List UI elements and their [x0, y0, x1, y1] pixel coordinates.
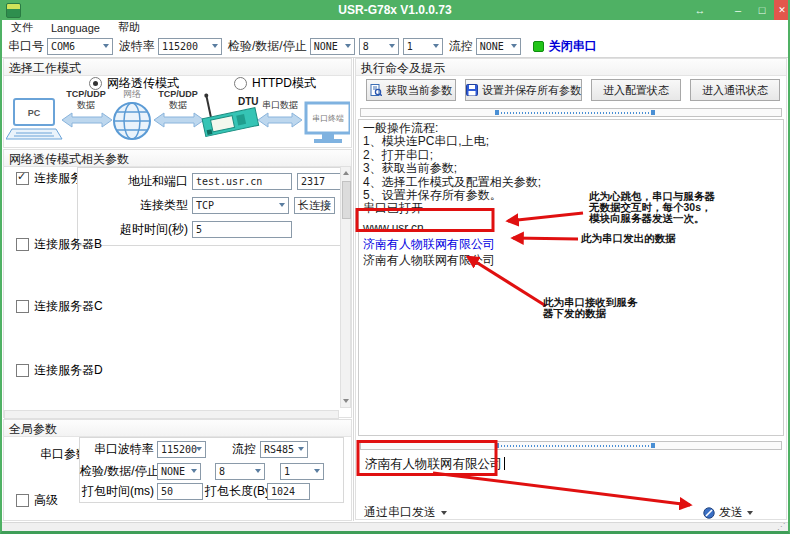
parity-select[interactable]: NONE: [310, 38, 355, 55]
log-line: 2、打开串口;: [363, 149, 779, 162]
packlen-input[interactable]: 1024: [267, 483, 310, 500]
packtime-label: 打包时间(ms): [80, 483, 154, 500]
scroll-up-icon[interactable]: [343, 171, 349, 175]
timeout-input[interactable]: 5: [192, 221, 292, 238]
serial-databits-select[interactable]: 8: [215, 463, 265, 480]
serial-pds-label: 检验/数据/停止: [80, 463, 154, 480]
tx-progress-bar: [360, 441, 782, 450]
doc-search-icon: [370, 84, 382, 96]
panel-divider: [353, 58, 354, 521]
text-cursor: [504, 457, 505, 470]
serial-toolbar: 串口号 COM6 波特率 115200 检验/数据/停止 NONE 8 1 流控…: [2, 35, 788, 58]
chevron-down-icon: [433, 44, 439, 48]
port-input[interactable]: 2317: [297, 173, 341, 190]
net-params-group: 网络透传模式相关参数 连接服务器A 地址和端口 test.usr.cn 2317…: [3, 149, 352, 418]
unchecked-checkbox-icon: [16, 238, 29, 251]
enter-comm-button[interactable]: 进入通讯状态: [690, 79, 780, 101]
net-params-title: 网络透传模式相关参数: [4, 150, 351, 167]
parity-data-stop-label: 检验/数据/停止: [228, 38, 307, 55]
enter-config-button[interactable]: 进入配置状态: [591, 79, 681, 101]
chevron-down-icon: [255, 469, 261, 473]
globe-icon: 网络: [114, 89, 150, 139]
save-icon: [466, 84, 478, 96]
log-line: 4、选择工作模式及配置相关参数;: [363, 176, 779, 189]
log-line: 3、获取当前参数;: [363, 162, 779, 175]
svg-text:PC: PC: [28, 108, 41, 118]
send-button[interactable]: 发送: [703, 504, 753, 521]
serial-parity-select[interactable]: NONE: [157, 463, 201, 480]
chevron-down-icon: [511, 44, 517, 48]
log-line: 1、模块连PC串口,上电;: [363, 135, 779, 148]
flow-label: 流控: [449, 38, 473, 55]
menu-file[interactable]: 文件: [2, 20, 42, 35]
work-mode-title: 选择工作模式: [4, 59, 351, 76]
baud-select[interactable]: 115200: [158, 38, 222, 55]
scrollbar-thumb[interactable]: [342, 181, 351, 219]
svg-text:TCP/UDP: TCP/UDP: [158, 89, 198, 99]
send-text-area[interactable]: 济南有人物联网有限公司: [358, 450, 784, 502]
horizontal-scrollbar[interactable]: [4, 410, 339, 419]
conn-type-label: 连接类型: [78, 197, 188, 214]
unchecked-checkbox-icon: [16, 364, 29, 377]
terminal-icon: 串口终端: [306, 103, 350, 143]
log-line: 一般操作流程:: [363, 122, 779, 135]
menu-help[interactable]: 帮助: [109, 20, 149, 35]
exec-panel-title: 执行命令及提示: [356, 59, 786, 76]
conn-type-select[interactable]: TCP: [192, 197, 289, 214]
address-input[interactable]: test.usr.cn: [192, 173, 292, 190]
minimize-icon[interactable]: –: [726, 0, 750, 20]
server-c-checkbox[interactable]: 连接服务器C: [16, 298, 103, 315]
menu-bar: 文件 Language 帮助: [2, 20, 788, 36]
left-right-arrow-icon: [154, 113, 204, 127]
chevron-down-icon: [103, 44, 109, 48]
checked-checkbox-icon: [16, 172, 29, 185]
packtime-input[interactable]: 50: [157, 483, 203, 500]
data-flow-diagram: PC TCP/UDP 数据 网络 TCP/UDP 数据: [6, 87, 350, 147]
send-via-serial-dropdown[interactable]: 通过串口发送: [364, 504, 447, 521]
chevron-down-icon: [747, 511, 753, 515]
com-port-select[interactable]: COM6: [47, 38, 113, 55]
flow-select[interactable]: NONE: [476, 38, 521, 55]
serial-stopbits-select[interactable]: 1: [280, 463, 324, 480]
server-a-panel: 地址和端口 test.usr.cn 2317 连接类型 TCP 长连接 超时时间…: [77, 167, 343, 246]
menu-language[interactable]: Language: [42, 22, 109, 34]
serial-received-data-text: 济南有人物联网有限公司: [363, 252, 779, 268]
close-serial-button[interactable]: 关闭串口: [549, 38, 597, 55]
server-b-checkbox[interactable]: 连接服务器B: [16, 236, 102, 253]
serial-baud-select[interactable]: 115200: [157, 441, 206, 458]
com-port-label: 串口号: [8, 38, 44, 55]
svg-text:串口数据: 串口数据: [262, 100, 298, 110]
chevron-down-icon: [314, 469, 320, 473]
chevron-down-icon: [279, 203, 285, 207]
left-right-arrow-icon: [258, 113, 302, 127]
chevron-down-icon: [345, 44, 351, 48]
packlen-label: 打包长度(Byte): [205, 483, 263, 500]
set-save-params-button[interactable]: 设置并保存所有参数: [465, 79, 582, 101]
receive-log-area[interactable]: 一般操作流程: 1、模块连PC串口,上电; 2、打开串口; 3、获取当前参数; …: [358, 119, 784, 436]
left-right-arrow-icon: [62, 113, 112, 127]
vertical-scrollbar[interactable]: [340, 166, 351, 408]
server-d-checkbox[interactable]: 连接服务器D: [16, 362, 103, 379]
svg-text:串口终端: 串口终端: [312, 114, 344, 123]
chevron-down-icon: [212, 44, 218, 48]
unchecked-checkbox-icon: [16, 300, 29, 313]
log-line: 5、设置并保存所有参数。: [363, 189, 779, 202]
stopbits-select[interactable]: 1: [403, 38, 443, 55]
serial-flow-select[interactable]: RS485: [260, 441, 308, 458]
maximize-icon[interactable]: □: [750, 0, 774, 20]
svg-text:DTU: DTU: [238, 96, 259, 107]
global-params-title: 全局参数: [4, 420, 351, 437]
databits-select[interactable]: 8: [359, 38, 399, 55]
global-params-group: 全局参数 串口参数 串口波特率 115200 流控 RS485 检验/数据/停止…: [3, 419, 352, 521]
chevron-down-icon: [389, 44, 395, 48]
close-icon[interactable]: ✕: [774, 0, 790, 20]
serial-params-panel: 串口波特率 115200 流控 RS485 检验/数据/停止 NONE 8 1 …: [79, 437, 344, 503]
resize-grip[interactable]: ⋰: [777, 523, 785, 531]
language-swap-icon[interactable]: ↔: [688, 0, 712, 20]
exec-panel-group: 执行命令及提示 获取当前参数 设置并保存所有参数: [355, 58, 787, 520]
advanced-checkbox[interactable]: 高级: [16, 492, 58, 509]
conn-mode-select[interactable]: 长连接: [294, 197, 335, 214]
unchecked-checkbox-icon: [16, 494, 29, 507]
get-params-button[interactable]: 获取当前参数: [366, 79, 456, 101]
scroll-down-icon[interactable]: [343, 399, 349, 403]
